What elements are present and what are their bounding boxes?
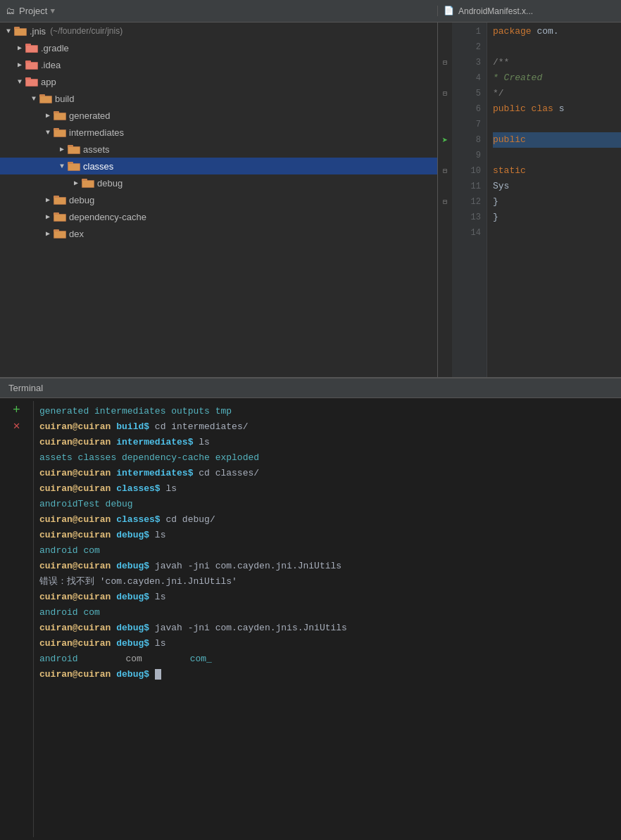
editor-tab-label[interactable]: AndroidManifest.x... (458, 6, 533, 16)
item-label-debug-classes: debug (97, 178, 123, 189)
folder-icon (54, 195, 66, 205)
tree-item-intermediates[interactable]: ▼ intermediates (0, 124, 437, 141)
output-text: android com (39, 545, 100, 556)
file-tree-panel: ▼ .jnis (~/founder/cuir/jnis) ▶ .gradle … (0, 23, 438, 377)
svg-rect-8 (26, 63, 37, 69)
collapsed-icon: ▶ (42, 196, 54, 204)
svg-rect-20 (54, 130, 65, 136)
collapse-icon[interactable]: ⊟ (443, 58, 447, 67)
svg-rect-5 (26, 46, 37, 52)
terminal-line-3: cuiran@cuiran intermediates$ ls (39, 435, 615, 450)
code-line-2 (493, 39, 621, 55)
editor-tab-bar: 📄 AndroidManifest.x... (438, 6, 621, 16)
class-name-part: s (559, 103, 565, 114)
line-num-5: 5 (476, 86, 481, 101)
terminal-close-button[interactable]: ✕ (13, 421, 20, 432)
folder-icon (54, 127, 66, 137)
svg-rect-32 (54, 198, 65, 204)
prompt-dir: debug$ (116, 638, 149, 649)
gutter-cell-14 (438, 225, 452, 241)
comment-end: */ (493, 88, 504, 98)
prompt-dir: debug$ (116, 561, 149, 571)
folder-icon (54, 212, 66, 222)
folder-icon (82, 178, 94, 188)
collapsed-icon: ▶ (42, 229, 54, 238)
line-num-2: 2 (476, 39, 481, 55)
project-panel-header: 🗂 Project ▼ (0, 6, 438, 16)
terminal-line-16: cuiran@cuiran debug$ ls (39, 636, 615, 651)
collapsed-icon: ▶ (42, 111, 54, 120)
folder-icon (68, 161, 80, 171)
item-label-intermediates: intermediates (69, 127, 124, 138)
terminal-line-4: assets classes dependency-cache exploded (39, 450, 615, 466)
output-text: generated intermediates outputs tmp (39, 406, 232, 416)
collapse-icon[interactable]: ⊟ (443, 198, 447, 206)
output-col2: com (125, 654, 142, 664)
tree-root[interactable]: ▼ .jnis (~/founder/cuir/jnis) (0, 23, 437, 39)
item-label-build: build (55, 94, 74, 104)
folder-icon (39, 94, 52, 103)
cmd-text: ls (155, 530, 166, 540)
svg-rect-14 (40, 96, 51, 103)
line-num-4: 4 (476, 70, 481, 86)
tree-item-app[interactable]: ▼ app (0, 73, 437, 90)
collapse-icon[interactable]: ⊟ (443, 167, 447, 175)
code-line-11: Sys (493, 179, 621, 194)
code-line-6: public clas s (493, 101, 621, 117)
collapse-icon[interactable]: ⊟ (443, 89, 447, 98)
item-label-debug-build: debug (69, 195, 94, 205)
terminal-line-18[interactable]: cuiran@cuiran debug$ (39, 667, 615, 682)
tree-item-dependency-cache[interactable]: ▶ dependency-cache (0, 208, 437, 225)
svg-rect-2 (15, 29, 26, 35)
tree-item-dex[interactable]: ▶ dex (0, 225, 437, 242)
collapsed-icon: ▶ (70, 179, 82, 187)
terminal-line-17: android com com_ (39, 651, 615, 667)
terminal-add-button[interactable]: + (13, 404, 20, 416)
svg-rect-38 (54, 231, 65, 238)
prompt-user: cuiran@cuiran (39, 561, 111, 571)
run-icon[interactable]: ➤ (442, 134, 448, 146)
svg-rect-23 (68, 147, 80, 153)
line-num-14: 14 (471, 225, 481, 241)
code-line-8: public (493, 132, 621, 148)
folder-icon (14, 26, 27, 36)
prompt-user: cuiran@cuiran (39, 638, 111, 649)
prompt-dir: debug$ (116, 669, 149, 680)
cmd-text: ls (155, 592, 166, 602)
line-num-13: 13 (471, 210, 481, 225)
line-num-1: 1 (476, 24, 481, 39)
dropdown-arrow-icon[interactable]: ▼ (50, 7, 55, 15)
top-bar: 🗂 Project ▼ 📄 AndroidManifest.x... (0, 0, 621, 23)
output-text: android com (39, 607, 100, 618)
tree-item-build[interactable]: ▼ build (0, 90, 437, 107)
gutter-cell-6 (438, 101, 452, 117)
gutter-cell-8: ➤ (438, 132, 452, 148)
root-path: (~/founder/cuir/jnis) (50, 26, 123, 36)
code-line-12: } (493, 194, 621, 210)
line-num-6: 6 (476, 101, 481, 117)
tree-item-idea[interactable]: ▶ .idea (0, 56, 437, 73)
terminal-line-15: cuiran@cuiran debug$ javah -jni com.cayd… (39, 621, 615, 636)
tree-item-generated[interactable]: ▶ generated (0, 107, 437, 124)
tree-item-debug-classes[interactable]: ▶ debug (0, 174, 437, 191)
gutter-cell-11 (438, 179, 452, 194)
prompt-user: cuiran@cuiran (39, 530, 111, 540)
prompt-dir: debug$ (116, 592, 149, 602)
root-label: .jnis (30, 26, 46, 37)
tree-item-gradle[interactable]: ▶ .gradle (0, 39, 437, 56)
arrow-icon: ▼ (3, 27, 14, 35)
gutter-cell-3: ⊟ (438, 55, 452, 70)
terminal-line-5: cuiran@cuiran intermediates$ cd classes/ (39, 466, 615, 481)
output-col1: android (39, 654, 78, 664)
item-label-gradle: .gradle (41, 43, 69, 53)
cmd-text: ls (155, 638, 166, 649)
svg-rect-29 (82, 181, 94, 187)
prompt-user: cuiran@cuiran (39, 592, 111, 602)
terminal-title: Terminal (8, 383, 43, 393)
tree-item-assets[interactable]: ▶ assets (0, 141, 437, 158)
gutter-cell-10: ⊟ (438, 163, 452, 179)
svg-rect-35 (54, 215, 65, 221)
sysout-text: Sys (493, 181, 509, 191)
tree-item-classes[interactable]: ▼ classes (0, 158, 437, 174)
tree-item-debug-build[interactable]: ▶ debug (0, 191, 437, 208)
